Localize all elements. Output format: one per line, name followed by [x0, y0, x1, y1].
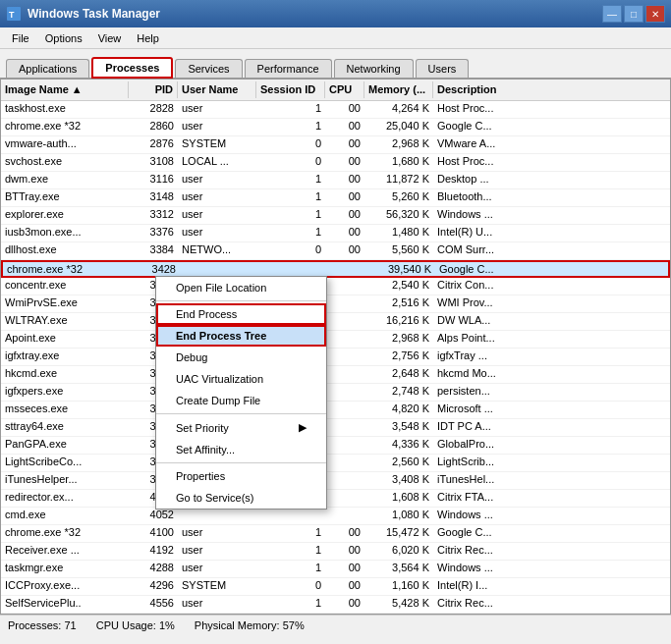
col-header-memory[interactable]: Memory (...	[364, 81, 433, 98]
col-header-pid[interactable]: PID	[129, 81, 178, 98]
tab-users[interactable]: Users	[416, 59, 470, 78]
menu-view[interactable]: View	[90, 30, 130, 46]
cell-user: user	[178, 172, 256, 188]
table-row[interactable]: Apoint.exe 3628 2,968 K Alps Point...	[1, 331, 670, 349]
tab-processes[interactable]: Processes	[91, 57, 173, 79]
cell-desc: Host Proc...	[433, 154, 670, 171]
menu-options[interactable]: Options	[37, 30, 90, 46]
ctx-set-priority[interactable]: Set Priority ▶	[156, 416, 326, 439]
cell-desc: Windows ...	[433, 508, 670, 524]
cell-desc: Windows ...	[433, 207, 670, 224]
table-row[interactable]: SelfServicePlu.. 4556 user 1 00 5,428 K …	[1, 596, 670, 614]
table-row[interactable]: WmiPrvSE.exe 3568 2,516 K WMI Prov...	[1, 295, 670, 313]
tab-applications[interactable]: Applications	[6, 59, 89, 78]
table-row[interactable]: dwm.exe 3116 user 1 00 11,872 K Desktop …	[1, 172, 670, 189]
cell-cpu	[325, 490, 364, 507]
table-row[interactable]: chrome.exe *32 2860 user 1 00 25,040 K G…	[1, 119, 670, 136]
cell-memory: 5,260 K	[364, 189, 433, 206]
table-row[interactable]: svchost.exe 3108 LOCAL ... 0 00 1,680 K …	[1, 154, 670, 172]
cell-session: 1	[256, 119, 325, 135]
ctx-create-dump-file[interactable]: Create Dump File	[156, 390, 326, 411]
cell-name: ICCProxy.exe...	[1, 578, 129, 595]
col-header-user[interactable]: User Name	[178, 81, 256, 98]
ctx-set-affinity[interactable]: Set Affinity...	[156, 439, 326, 460]
cell-cpu	[325, 313, 364, 330]
table-row[interactable]: chrome.exe *32 4100 user 1 00 15,472 K G…	[1, 525, 670, 543]
col-header-cpu[interactable]: CPU	[325, 81, 364, 98]
col-header-desc[interactable]: Description	[433, 81, 670, 98]
cell-desc: VMware A...	[433, 136, 670, 153]
table-row[interactable]: chrome.exe *32 3428 39,540 K Google C...	[1, 260, 670, 278]
cell-pid: 3312	[129, 207, 178, 224]
ctx-open-file-location[interactable]: Open File Location	[156, 277, 326, 298]
col-header-name[interactable]: Image Name ▲	[1, 81, 129, 98]
tab-networking[interactable]: Networking	[334, 59, 414, 78]
cell-session: 1	[256, 561, 325, 577]
cell-session: 1	[256, 207, 325, 224]
cell-memory: 1,680 K	[364, 154, 433, 171]
table-row[interactable]: WLTRAY.exe 3620 16,216 K DW WLA...	[1, 313, 670, 331]
table-row[interactable]: taskmgr.exe 4288 user 1 00 3,564 K Windo…	[1, 561, 670, 578]
menu-help[interactable]: Help	[129, 30, 167, 46]
cell-pid: 3108	[129, 154, 178, 171]
cell-name: explorer.exe	[1, 207, 129, 224]
table-row[interactable]: explorer.exe 3312 user 1 00 56,320 K Win…	[1, 207, 670, 225]
close-button[interactable]: ✕	[645, 5, 665, 23]
table-row[interactable]: msseces.exe 3732 4,820 K Microsoft ...	[1, 402, 670, 419]
table-row[interactable]: PanGPA.exe 3796 4,336 K GlobalPro...	[1, 437, 670, 455]
table-row[interactable]: dllhost.exe 3384 NETWO... 0 00 5,560 K C…	[1, 242, 670, 260]
cell-name: SelfServicePlu..	[1, 596, 129, 613]
minimize-button[interactable]: —	[602, 5, 622, 23]
table-row[interactable]: Receiver.exe ... 4192 user 1 00 6,020 K …	[1, 543, 670, 561]
cell-pid: 3116	[129, 172, 178, 188]
table-row[interactable]: iusb3mon.exe... 3376 user 1 00 1,480 K I…	[1, 225, 670, 242]
table-row[interactable]: igfxpers.exe 3660 2,748 K persisten...	[1, 384, 670, 402]
cell-desc: IDT PC A...	[433, 419, 670, 436]
cell-desc: Bluetooth...	[433, 189, 670, 206]
ctx-end-process-tree[interactable]: End Process Tree	[156, 325, 326, 347]
table-row[interactable]: vmware-auth... 2876 SYSTEM 0 00 2,968 K …	[1, 136, 670, 154]
table-row[interactable]: BTTray.exe 3148 user 1 00 5,260 K Blueto…	[1, 189, 670, 207]
table-body[interactable]: taskhost.exe 2828 user 1 00 4,264 K Host…	[1, 101, 670, 614]
ctx-end-process[interactable]: End Process	[156, 303, 326, 325]
ctx-go-to-services[interactable]: Go to Service(s)	[156, 487, 326, 509]
tab-services[interactable]: Services	[175, 59, 242, 78]
table-row[interactable]: concentr.exe 3568 2,540 K Citrix Con...	[1, 278, 670, 295]
table-row[interactable]: sttray64.exe 3756 3,548 K IDT PC A...	[1, 419, 670, 437]
col-header-session[interactable]: Session ID	[256, 81, 325, 98]
table-row[interactable]: ICCProxy.exe... 4296 SYSTEM 0 00 1,160 K…	[1, 578, 670, 596]
table-row[interactable]: iTunesHelper... 3952 3,408 K iTunesHel..…	[1, 472, 670, 490]
cell-cpu: 00	[325, 578, 364, 595]
ctx-properties[interactable]: Properties	[156, 465, 326, 487]
cell-name: svchost.exe	[1, 154, 129, 171]
cell-user: NETWO...	[178, 242, 256, 259]
tab-performance[interactable]: Performance	[245, 59, 332, 78]
cell-name: cmd.exe	[1, 508, 129, 524]
ctx-uac-virtualization[interactable]: UAC Virtualization	[156, 368, 326, 390]
maximize-button[interactable]: □	[624, 5, 643, 23]
cell-pid: 3148	[129, 189, 178, 206]
cell-desc: Intel(R) I...	[433, 578, 670, 595]
table-row[interactable]: redirector.ex... 4032 1,608 K Citrix FTA…	[1, 490, 670, 508]
table-row[interactable]: igfxtray.exe 3636 2,756 K igfxTray ...	[1, 349, 670, 366]
cell-cpu: 00	[325, 225, 364, 242]
ctx-separator-2	[156, 413, 326, 414]
cell-desc: Citrix Rec...	[433, 543, 670, 560]
cell-user: user	[178, 207, 256, 224]
cell-desc: Alps Point...	[433, 331, 670, 348]
cell-session: 1	[256, 101, 325, 118]
cell-cpu	[325, 472, 364, 489]
table-row[interactable]: taskhost.exe 2828 user 1 00 4,264 K Host…	[1, 101, 670, 119]
cell-cpu: 00	[325, 136, 364, 153]
table-row[interactable]: hkcmd.exe 3644 2,648 K hkcmd Mo...	[1, 366, 670, 384]
cell-name: sttray64.exe	[1, 419, 129, 436]
cell-pid: 4192	[129, 543, 178, 560]
cell-session	[258, 262, 327, 276]
table-row[interactable]: cmd.exe 4052 1,080 K Windows ...	[1, 508, 670, 525]
ctx-debug[interactable]: Debug	[156, 347, 326, 368]
menu-bar: File Options View Help	[0, 27, 671, 49]
table-row[interactable]: LightScribeCo... 3936 2,560 K LightScrib…	[1, 455, 670, 472]
cell-cpu	[325, 384, 364, 401]
title-bar: T Windows Task Manager — □ ✕	[0, 0, 671, 27]
menu-file[interactable]: File	[4, 30, 37, 46]
